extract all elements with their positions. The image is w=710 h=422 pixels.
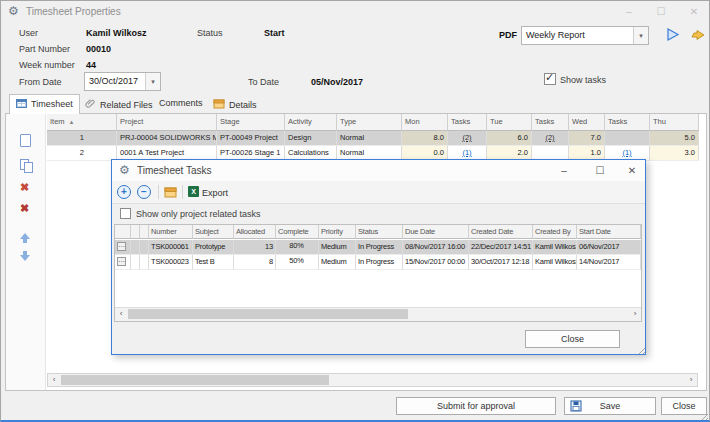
to-date-value: 05/Nov/2017 — [311, 77, 363, 87]
app-icon: ⚙ — [8, 4, 19, 18]
cell-thu-hours[interactable]: 3.0 — [650, 146, 699, 161]
scroll-left-icon[interactable]: ‹ — [48, 374, 60, 386]
tasks-count-link[interactable]: (2) — [532, 131, 569, 146]
cell-allocated: 13 — [234, 240, 276, 255]
dialog-title-bar: ⚙ Timesheet Tasks – ☐ ✕ — [112, 160, 645, 181]
col-start-date: Start Date — [577, 225, 641, 239]
table-row[interactable]: ⋯TSK000061Prototype1380%80%MediumIn Prog… — [115, 240, 641, 255]
tasks-count-link[interactable] — [605, 131, 650, 146]
save-button[interactable]: Save — [564, 397, 656, 415]
chevron-down-icon[interactable]: ▾ — [145, 73, 160, 90]
show-tasks-checkbox[interactable]: ✓ — [544, 73, 556, 85]
cell-mon-hours[interactable]: 8.0 — [402, 131, 448, 146]
scrollbar-thumb[interactable] — [61, 375, 329, 385]
export-button[interactable]: Export — [202, 188, 228, 198]
sort-asc-icon: ▲ — [69, 119, 75, 125]
task-details-icon[interactable] — [164, 186, 177, 198]
col-due-date: Due Date — [403, 225, 469, 239]
tasks-grid-header[interactable]: NumberSubjectAllocatedCompletePrioritySt… — [115, 225, 641, 240]
pdf-report-select[interactable]: Weekly Report ▾ — [521, 26, 649, 45]
col-number: Number — [149, 225, 193, 239]
cell-created-by: Kamil Wilkosz — [533, 255, 577, 270]
separator — [182, 185, 183, 199]
new-row-icon[interactable] — [20, 134, 31, 147]
row-menu-icon[interactable]: ⋯ — [117, 242, 126, 251]
col-created-date: Created Date — [469, 225, 533, 239]
col-tasks: Tasks — [448, 114, 487, 131]
copy-row-icon[interactable] — [20, 159, 35, 174]
submit-for-approval-button[interactable]: Submit for approval — [396, 397, 556, 415]
tasks-close-button[interactable]: Close — [525, 330, 620, 348]
show-only-project-tasks-checkbox[interactable] — [120, 208, 131, 219]
check-icon: ✓ — [545, 71, 554, 84]
remove-task-icon[interactable]: − — [137, 185, 151, 199]
run-report-icon[interactable] — [665, 27, 680, 42]
cell-created-by: Kamil Wilkosz — [533, 240, 577, 255]
minimize-icon[interactable]: – — [552, 160, 576, 181]
cell-due-date: 15/Nov/2017 00:00 — [403, 255, 469, 270]
status-label: Status — [197, 28, 223, 38]
delete-row-icon[interactable]: ✖ — [20, 182, 29, 193]
minimize-icon[interactable]: – — [617, 1, 641, 23]
move-up-icon[interactable] — [20, 228, 30, 243]
tab-timesheet[interactable]: Timesheet — [9, 94, 80, 114]
tasks-count-link[interactable]: (2) — [448, 131, 487, 146]
delete-all-rows-icon[interactable]: ✖ — [20, 203, 29, 214]
cell-number: TSK000023 — [149, 255, 193, 270]
table-row[interactable]: ⋯TSK000023Test B850%50%MediumIn Progress… — [115, 255, 641, 270]
close-icon[interactable]: ✕ — [682, 1, 706, 23]
maximize-icon[interactable]: ☐ — [649, 1, 673, 23]
from-date-label: From Date — [19, 77, 62, 87]
timesheet-tasks-dialog: ⚙ Timesheet Tasks – ☐ ✕ + − X Export Sho… — [111, 159, 646, 355]
close-icon[interactable]: ✕ — [620, 160, 644, 181]
user-value: Kamil Wilkosz — [86, 28, 146, 38]
save-label: Save — [600, 401, 621, 411]
move-down-icon[interactable] — [20, 251, 30, 266]
tasks-grid: NumberSubjectAllocatedCompletePrioritySt… — [114, 224, 642, 322]
cell-status: In Progress — [356, 255, 403, 270]
cell-wed-hours[interactable]: 7.0 — [569, 131, 605, 146]
user-label: User — [19, 28, 38, 38]
horizontal-scrollbar[interactable]: ‹ › — [47, 373, 698, 387]
publish-report-icon[interactable] — [690, 27, 706, 42]
cell-tue-hours[interactable]: 6.0 — [487, 131, 532, 146]
table-icon — [16, 99, 27, 108]
excel-icon[interactable]: X — [188, 186, 199, 197]
chevron-down-icon[interactable]: ▾ — [633, 27, 648, 44]
timesheet-grid: Item▲ProjectStageActivityTypeMonTasksTue… — [47, 114, 699, 161]
horizontal-scrollbar[interactable]: ‹ › — [115, 307, 641, 321]
table-row[interactable]: 1PRJ-00004 SOLIDWORKS ManagePT-00049 Pro… — [47, 131, 699, 146]
part-number-label: Part Number — [19, 44, 70, 54]
col-allocated: Allocated — [234, 225, 276, 239]
progress-label: 80% — [278, 240, 315, 251]
window-title: Timesheet Properties — [26, 6, 121, 17]
progress-label: 50% — [278, 255, 315, 266]
scroll-right-icon[interactable]: › — [629, 308, 641, 320]
cell-activity: Design — [285, 131, 337, 146]
timesheet-grid-header[interactable]: Item▲ProjectStageActivityTypeMonTasksTue… — [47, 114, 699, 131]
maximize-icon[interactable]: ☐ — [588, 160, 612, 181]
row-menu-icon[interactable]: ⋯ — [117, 257, 126, 266]
tab-details[interactable]: Details — [207, 95, 263, 113]
tab-comments[interactable]: Comments — [153, 95, 209, 113]
from-date-input[interactable]: 30/Oct/2017 ▾ — [84, 72, 161, 91]
cell-item: 2 — [47, 146, 117, 161]
resize-grip[interactable] — [636, 345, 645, 354]
cell-subject: Test B — [193, 255, 234, 270]
col-subject: Subject — [193, 225, 234, 239]
app-icon: ⚙ — [119, 163, 130, 177]
add-task-icon[interactable]: + — [117, 185, 131, 199]
scrollbar-thumb[interactable] — [128, 309, 408, 319]
scroll-right-icon[interactable]: › — [685, 374, 697, 386]
cell-item: 1 — [47, 131, 117, 146]
cell-created-date: 30/Oct/2017 12:18 — [469, 255, 533, 270]
col-wed: Wed — [569, 114, 605, 131]
close-button[interactable]: Close — [661, 397, 707, 415]
tab-label: Comments — [159, 98, 203, 108]
col-type: Type — [337, 114, 402, 131]
col-created-by: Created By — [533, 225, 577, 239]
tab-related-files[interactable]: Related Files — [79, 95, 159, 113]
scroll-left-icon[interactable]: ‹ — [115, 308, 127, 320]
col-tasks: Tasks — [605, 114, 650, 131]
cell-thu-hours[interactable]: 5.0 — [650, 131, 699, 146]
